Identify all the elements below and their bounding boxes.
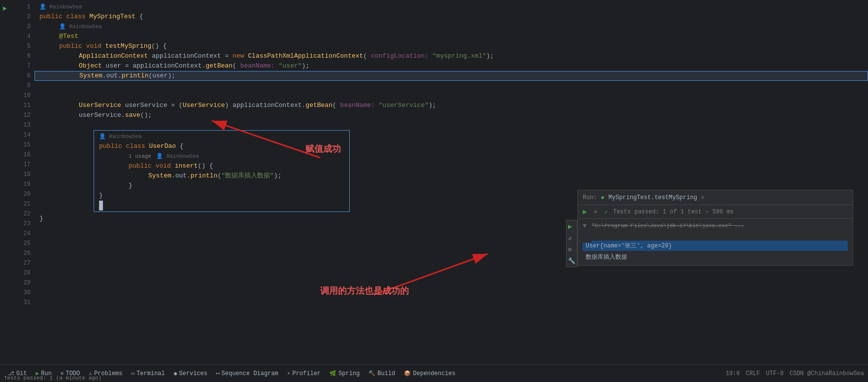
bar-item-terminal[interactable]: ▭ Terminal xyxy=(128,368,169,379)
code-line: 👤 RainbowSea xyxy=(34,2,868,12)
code-line: public class MySpringTest { xyxy=(34,12,868,22)
run-panel-toolbar-2: ▼ "C:\Program Files\Java\jdk-17\bin\java… xyxy=(578,219,853,233)
run-passed-icon: ✓ xyxy=(602,207,610,217)
run-toolbar-btn-1[interactable]: ▼ xyxy=(581,221,589,231)
run-side-settings[interactable]: 🔧 xyxy=(568,257,575,265)
run-tab[interactable]: MySpringTest.testMySpring xyxy=(608,194,697,201)
status-time: 19:6 xyxy=(726,370,740,377)
run-panel-toolbar: ▶ » ✓ Tests passed: 1 of 1 test – 596 ms xyxy=(578,205,853,219)
tests-passed-status: Tests passed: 1 (a minute ago) xyxy=(4,375,101,381)
run-panel-header: Run: ◆ MySpringTest.testMySpring ✕ xyxy=(578,190,853,205)
bar-label-services: Services xyxy=(179,370,207,377)
run-gutter-icon[interactable]: ▶ xyxy=(3,4,7,12)
bar-label-sequence: Sequence Diagram xyxy=(222,370,278,377)
profiler-icon: ⚡ xyxy=(287,370,291,377)
run-output-icons xyxy=(583,235,848,238)
status-user: CSDN @ChinaRainbowSea xyxy=(790,370,864,377)
bar-item-dependencies[interactable]: 📦 Dependencies xyxy=(400,368,459,379)
code-line xyxy=(94,201,349,210)
bar-label-terminal: Terminal xyxy=(136,370,165,377)
run-play-button[interactable]: ▶ xyxy=(581,207,589,217)
code-line: userService.save(); xyxy=(34,110,868,120)
code-line xyxy=(34,120,868,130)
annotation-label-1: 赋值成功 xyxy=(305,143,341,155)
run-panel: Run: ◆ MySpringTest.testMySpring ✕ ▶ » ✓… xyxy=(577,190,853,266)
spring-icon: 🌿 xyxy=(330,370,336,377)
code-line: @Test xyxy=(34,32,868,41)
run-output-highlight: User{name='张三', age=20} xyxy=(583,241,848,251)
bar-label-dependencies: Dependencies xyxy=(413,370,455,377)
terminal-icon: ▭ xyxy=(132,370,135,377)
code-line xyxy=(34,81,868,91)
run-side-stop[interactable]: ⚙ xyxy=(568,246,575,253)
code-line xyxy=(34,91,868,101)
run-output-area xyxy=(578,233,853,240)
dependencies-icon: 📦 xyxy=(404,370,411,377)
run-tab-close[interactable]: ✕ xyxy=(701,194,704,201)
code-line: 👤 RainbowSea xyxy=(94,132,349,141)
run-side-icons: ▶ ↺ ⚙ 🔧 xyxy=(566,220,577,267)
run-status-text: Tests passed: 1 of 1 test – 596 ms xyxy=(613,208,734,215)
build-icon: 🔨 xyxy=(368,370,375,377)
code-line: } xyxy=(94,191,349,201)
bar-item-services[interactable]: ◉ Services xyxy=(170,368,211,379)
annotation-label-2: 调用的方法也是成功的 xyxy=(320,285,409,297)
code-line: Object user = applicationContext.getBean… xyxy=(34,61,868,71)
run-side-play[interactable]: ▶ xyxy=(568,222,575,231)
highlighted-line: System.out.println(user); xyxy=(34,71,868,81)
status-right: 19:6 CRLF UTF-8 CSDN @ChinaRainbowSea xyxy=(726,370,864,377)
line-numbers: 12345 678910 1112131415 1617181920 21222… xyxy=(10,0,34,364)
run-output-lines: User{name='张三', age=20} 数据库插入数据 xyxy=(578,240,853,265)
bar-item-sequence[interactable]: ⟷ Sequence Diagram xyxy=(212,368,282,379)
code-line: 👤 RainbowSea xyxy=(34,22,868,32)
code-editor[interactable]: 👤 RainbowSea public class MySpringTest {… xyxy=(34,0,868,364)
run-java-path: "C:\Program Files\Java\jdk-17\bin\java.e… xyxy=(592,223,744,229)
sequence-icon: ⟷ xyxy=(216,370,220,377)
services-icon: ◉ xyxy=(174,370,177,377)
bar-item-spring[interactable]: 🌿 Spring xyxy=(326,368,364,379)
inner-class-box: 👤 RainbowSea public class UserDao { 1 us… xyxy=(94,130,350,212)
code-line: System.out.println("数据库插入数据"); xyxy=(94,171,349,181)
editor-area: ▶ 12345 678910 1112131415 1617181920 212… xyxy=(0,0,868,364)
code-line: } xyxy=(94,181,349,191)
code-line: public void testMySpring() { xyxy=(34,41,868,51)
code-line: UserService userService = (UserService) … xyxy=(34,101,868,110)
code-line: ApplicationContext applicationContext = … xyxy=(34,51,868,61)
bottom-bar: ⎇ Git ▶ Run ≡ TODO ⚠ Problems ▭ Terminal… xyxy=(0,364,868,382)
run-sidebar-icons xyxy=(583,234,592,243)
run-output-normal: 数据库插入数据 xyxy=(583,252,848,262)
bar-label-spring: Spring xyxy=(338,370,360,377)
bar-item-build[interactable]: 🔨 Build xyxy=(365,368,399,379)
run-icon: ◆ xyxy=(601,194,604,201)
status-encoding: CRLF xyxy=(746,370,760,377)
run-expand-button[interactable]: » xyxy=(592,208,599,216)
left-margin: ▶ xyxy=(0,0,10,364)
run-label: Run: xyxy=(583,194,597,201)
bar-label-build: Build xyxy=(377,370,395,377)
status-charset: UTF-8 xyxy=(766,370,784,377)
code-line: public void insert() { xyxy=(94,161,349,171)
run-side-rerun[interactable]: ↺ xyxy=(568,235,575,242)
bar-label-profiler: Profiler xyxy=(292,370,321,377)
bar-item-profiler[interactable]: ⚡ Profiler xyxy=(283,368,325,379)
